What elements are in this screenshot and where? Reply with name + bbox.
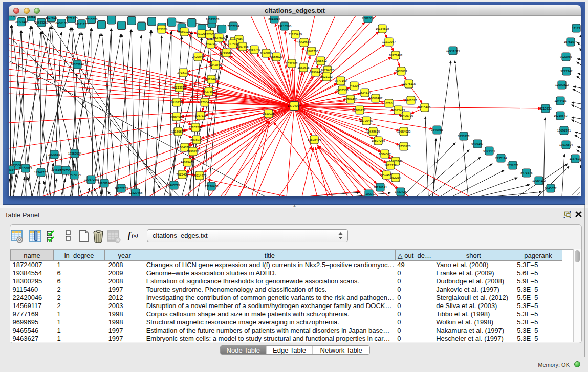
svg-text:746206: 746206 xyxy=(349,84,360,87)
svg-text:20053346: 20053346 xyxy=(71,63,84,66)
svg-text:10961758: 10961758 xyxy=(305,50,319,53)
svg-text:1244415: 1244415 xyxy=(554,99,567,102)
svg-text:2935114: 2935114 xyxy=(495,157,508,160)
svg-text:10688609: 10688609 xyxy=(366,130,380,133)
svg-text:16671355: 16671355 xyxy=(75,23,89,26)
svg-text:16154838: 16154838 xyxy=(376,27,389,30)
svg-text:1588520: 1588520 xyxy=(270,55,282,58)
svg-text:10543362: 10543362 xyxy=(204,42,218,46)
svg-text:1071915: 1071915 xyxy=(66,17,78,20)
svg-text:15720407: 15720407 xyxy=(360,119,374,122)
svg-text:763822: 763822 xyxy=(157,28,167,31)
svg-text:19654983: 19654983 xyxy=(170,115,184,118)
svg-text:9329966: 9329966 xyxy=(560,55,572,58)
svg-text:8454749: 8454749 xyxy=(248,48,260,51)
svg-text:13538454: 13538454 xyxy=(308,138,321,141)
svg-text:2530025: 2530025 xyxy=(263,112,275,115)
svg-text:7485063: 7485063 xyxy=(395,70,407,73)
svg-text:1010755: 1010755 xyxy=(170,101,183,104)
svg-text:8756685: 8756685 xyxy=(220,51,232,54)
svg-text:16794028: 16794028 xyxy=(321,69,335,72)
svg-text:2367608: 2367608 xyxy=(236,45,249,48)
svg-text:9684067: 9684067 xyxy=(379,152,391,156)
svg-text:9227342: 9227342 xyxy=(560,70,573,73)
svg-text:3824514: 3824514 xyxy=(359,91,371,94)
svg-text:8813014: 8813014 xyxy=(268,17,280,20)
svg-text:17004: 17004 xyxy=(201,101,209,104)
svg-text:3215955: 3215955 xyxy=(539,107,552,110)
svg-text:11173: 11173 xyxy=(572,27,580,30)
svg-text:6487568: 6487568 xyxy=(336,89,349,92)
svg-text:9427552: 9427552 xyxy=(203,90,215,93)
svg-text:16914479: 16914479 xyxy=(193,174,207,177)
svg-text:7986372: 7986372 xyxy=(354,108,366,112)
svg-text:12975115: 12975115 xyxy=(402,82,416,85)
svg-text:f: f xyxy=(128,231,132,240)
svg-text:15751074: 15751074 xyxy=(564,40,578,43)
svg-text:7625402: 7625402 xyxy=(176,173,188,176)
svg-text:6216: 6216 xyxy=(385,102,393,105)
svg-text:9146821: 9146821 xyxy=(260,52,272,55)
svg-text:16851: 16851 xyxy=(27,16,36,18)
svg-text:9242848: 9242848 xyxy=(209,63,222,67)
svg-text:9827509: 9827509 xyxy=(213,36,225,39)
svg-text:5498222: 5498222 xyxy=(187,150,199,153)
svg-text:12093822: 12093822 xyxy=(555,83,569,86)
svg-text:15495796: 15495796 xyxy=(400,114,413,117)
svg-text:8471676: 8471676 xyxy=(520,171,533,174)
svg-text:13716485: 13716485 xyxy=(205,185,219,188)
svg-text:7955812: 7955812 xyxy=(315,59,327,62)
svg-text:9474444: 9474444 xyxy=(483,149,495,152)
svg-text:1093: 1093 xyxy=(365,192,373,195)
svg-text:2687682: 2687682 xyxy=(362,17,374,20)
svg-text:8878334: 8878334 xyxy=(190,138,203,141)
svg-text:12342757: 12342757 xyxy=(34,171,48,174)
svg-text:14136141: 14136141 xyxy=(374,186,387,189)
svg-text:1615132: 1615132 xyxy=(384,164,397,167)
svg-text:39154: 39154 xyxy=(9,168,15,171)
svg-text:252254: 252254 xyxy=(390,176,401,179)
svg-text:20091406: 20091406 xyxy=(15,20,29,24)
svg-text:11156829: 11156829 xyxy=(19,167,32,170)
svg-text:14099489: 14099489 xyxy=(181,161,194,164)
svg-text:17359934: 17359934 xyxy=(68,152,82,155)
svg-text:9465779: 9465779 xyxy=(168,184,180,187)
svg-text:6479197: 6479197 xyxy=(471,142,484,145)
svg-text:7632621: 7632621 xyxy=(507,164,519,167)
svg-text:12353594: 12353594 xyxy=(189,126,203,129)
svg-text:16210643: 16210643 xyxy=(554,114,568,117)
svg-text:15692971: 15692971 xyxy=(557,129,571,132)
svg-text:18807269: 18807269 xyxy=(372,139,385,142)
svg-text:1733426: 1733426 xyxy=(395,190,407,193)
svg-text:16782759: 16782759 xyxy=(115,187,128,190)
svg-text:12213967: 12213967 xyxy=(382,40,396,43)
svg-text:1532203: 1532203 xyxy=(286,62,298,65)
svg-text:2718170: 2718170 xyxy=(177,71,189,74)
svg-text:10958107: 10958107 xyxy=(98,182,112,185)
svg-text:10648784: 10648784 xyxy=(446,49,460,52)
svg-text:9777169: 9777169 xyxy=(335,79,347,82)
svg-text:11325419: 11325419 xyxy=(289,33,302,36)
svg-text:3267110: 3267110 xyxy=(195,114,207,117)
svg-text:1640955: 1640955 xyxy=(431,128,443,132)
svg-text:10054112: 10054112 xyxy=(532,179,546,182)
svg-text:2020655: 2020655 xyxy=(48,153,60,156)
svg-text:17957255: 17957255 xyxy=(84,178,98,181)
svg-text:19218506: 19218506 xyxy=(278,25,292,28)
svg-text:1562615: 1562615 xyxy=(297,66,310,69)
svg-text:21364436: 21364436 xyxy=(344,98,358,101)
svg-text:19166827: 19166827 xyxy=(171,130,185,133)
svg-text:8031440: 8031440 xyxy=(205,78,217,81)
svg-text:19756928: 19756928 xyxy=(397,145,411,148)
svg-text:10973403: 10973403 xyxy=(389,54,403,57)
svg-text:1621022: 1621022 xyxy=(320,75,333,78)
svg-text:8938923: 8938923 xyxy=(458,135,470,138)
svg-text:9115460: 9115460 xyxy=(419,106,431,109)
svg-text:1527602: 1527602 xyxy=(45,16,57,19)
svg-text:(x): (x) xyxy=(132,232,138,239)
svg-text:9463627: 9463627 xyxy=(405,99,417,102)
svg-text:10807487: 10807487 xyxy=(369,97,383,100)
svg-text:19654923: 19654923 xyxy=(397,130,411,133)
svg-text:12323468: 12323468 xyxy=(129,191,143,194)
svg-text:8660124: 8660124 xyxy=(178,30,190,33)
